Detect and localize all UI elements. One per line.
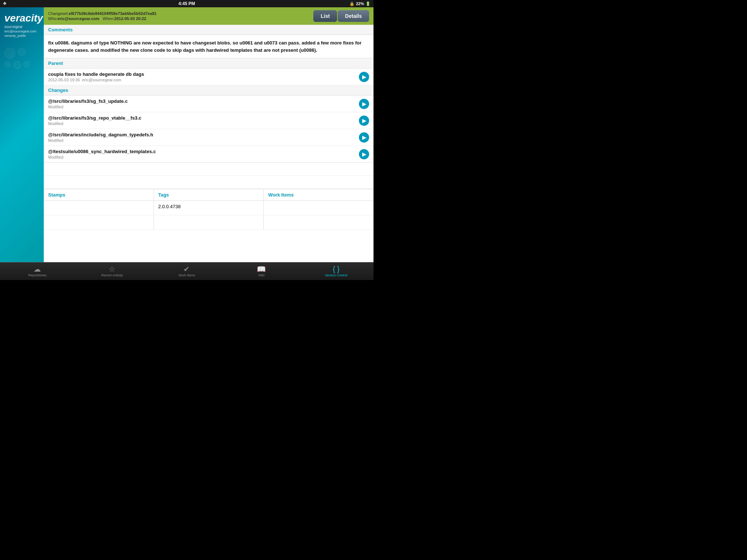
change-arrow[interactable]: ▶	[359, 149, 369, 159]
change-arrow[interactable]: ▶	[359, 116, 369, 126]
when-label: When:	[103, 16, 115, 21]
dot	[18, 48, 26, 56]
who-label: Who:	[48, 16, 58, 21]
change-type: Modified	[48, 155, 156, 159]
org-name: sourcegear	[4, 25, 23, 29]
status-time: 4:45 PM	[178, 1, 195, 6]
table-data-row-0: 2.0.0.4738	[44, 201, 374, 215]
change-item[interactable]: @/src/libraries/include/sg_dagnum_typede…	[44, 129, 374, 146]
details-button[interactable]: Details	[338, 10, 369, 22]
header-info: Changeset:ef677b36c6de844104ff59e73ab5be…	[48, 11, 313, 21]
comments-section-header: Comments	[44, 25, 374, 35]
file-path: @/src/libraries/fs3/sg_repo_vtable__fs3.…	[48, 115, 141, 121]
change-info: @/testsuite/u0086_sync_hardwired_templat…	[48, 149, 156, 159]
cell-workitems-1	[264, 215, 374, 230]
app-container: veracity sourcegear eric@sourcegear.com …	[0, 7, 374, 262]
repo-name: veracity_public	[4, 34, 26, 38]
cell-tags-0: 2.0.0.4738	[154, 201, 264, 215]
changeset-value: ef677b36c6de844104ff59e73ab5be5b52d7ea81	[69, 11, 156, 16]
change-type: Modified	[48, 121, 141, 126]
status-bar: ✈ 4:45 PM 🔒 22% 🔋	[0, 0, 374, 7]
tab-label: Repositories	[28, 273, 46, 277]
decorative-dots	[4, 45, 30, 69]
tab-label: Version Control	[325, 273, 348, 277]
changes-list: @/src/libraries/fs3/sg_fs3_update.c Modi…	[44, 96, 374, 163]
tab-repositories[interactable]: ☁ Repositories	[0, 262, 75, 280]
change-info: @/src/libraries/fs3/sg_fs3_update.c Modi…	[48, 98, 128, 109]
empty-row-2	[44, 176, 374, 189]
header-bar: Changeset:ef677b36c6de844104ff59e73ab5be…	[44, 7, 374, 25]
change-info: @/src/libraries/fs3/sg_repo_vtable__fs3.…	[48, 115, 141, 126]
table-header-row: Stamps Tags Work Items	[44, 189, 374, 201]
tab-icon: 📖	[257, 265, 266, 273]
meta-line: Who:eric@sourcegear.com When:2012-05-03 …	[48, 16, 313, 21]
user-email: eric@sourcegear.com	[4, 30, 36, 33]
tab-recent-activity[interactable]: ☆ Recent Activity	[75, 262, 150, 280]
content-area: Comments fix u0086. dagnums of type NOTH…	[44, 25, 374, 262]
file-path: @/src/libraries/include/sg_dagnum_typede…	[48, 132, 153, 137]
dot	[13, 61, 21, 69]
parent-info: coupla fixes to handle degenerate db dag…	[48, 71, 144, 82]
file-path: @/testsuite/u0086_sync_hardwired_templat…	[48, 149, 156, 154]
table-data-row-1	[44, 215, 374, 230]
when-value: 2012-05-03 20:22	[114, 16, 146, 21]
tab-icon: ✔	[183, 265, 190, 273]
battery-icon: 🔋	[365, 1, 371, 6]
status-right-icons: 🔒 22% 🔋	[349, 1, 371, 6]
tab-wiki[interactable]: 📖 Wiki	[224, 262, 299, 280]
dot	[4, 61, 11, 67]
parent-meta: 2012-05-03 19:36 eric@sourcegear.com	[48, 78, 144, 82]
list-button[interactable]: List	[313, 10, 337, 22]
tab-work-items[interactable]: ✔ Work Items	[150, 262, 224, 280]
parent-arrow[interactable]: ▶	[359, 72, 369, 82]
tab-icon: ☆	[109, 265, 115, 273]
battery-text: 22%	[356, 1, 364, 6]
parent-date: 2012-05-03 19:36	[48, 78, 80, 82]
tab-version-control[interactable]: { } Version Control	[299, 262, 374, 280]
tab-label: Work Items	[178, 273, 195, 277]
tab-icon: ☁	[34, 265, 41, 273]
sidebar: veracity sourcegear eric@sourcegear.com …	[0, 7, 44, 262]
status-left-icons: ✈	[3, 1, 7, 6]
tab-label: Wiki	[258, 273, 264, 277]
cell-tags-1	[154, 215, 264, 230]
lock-icon: 🔒	[349, 1, 355, 6]
changeset-line: Changeset:ef677b36c6de844104ff59e73ab5be…	[48, 11, 313, 16]
parent-title: coupla fixes to handle degenerate db dag…	[48, 71, 144, 77]
empty-row-1	[44, 163, 374, 176]
change-info: @/src/libraries/include/sg_dagnum_typede…	[48, 132, 153, 143]
main-content: Changeset:ef677b36c6de844104ff59e73ab5be…	[44, 7, 374, 262]
col-header-stamps: Stamps	[44, 189, 154, 201]
dot	[4, 48, 15, 59]
parent-item[interactable]: coupla fixes to handle degenerate db dag…	[44, 69, 374, 85]
parent-section-header: Parent	[44, 58, 374, 69]
app-title: veracity	[4, 13, 43, 23]
cell-stamps-1	[44, 215, 154, 230]
change-item[interactable]: @/src/libraries/fs3/sg_fs3_update.c Modi…	[44, 96, 374, 112]
tab-bar: ☁ Repositories ☆ Recent Activity ✔ Work …	[0, 262, 374, 280]
change-item[interactable]: @/testsuite/u0086_sync_hardwired_templat…	[44, 146, 374, 162]
change-item[interactable]: @/src/libraries/fs3/sg_repo_vtable__fs3.…	[44, 112, 374, 129]
change-arrow[interactable]: ▶	[359, 132, 369, 143]
bottom-table: Stamps Tags Work Items 2.0.0.4738	[44, 189, 374, 230]
who-value: eric@sourcegear.com	[58, 16, 100, 21]
parent-author: eric@sourcegear.com	[82, 78, 121, 82]
header-buttons: List Details	[313, 10, 369, 22]
tab-icon: { }	[333, 265, 340, 273]
tab-label: Recent Activity	[101, 273, 123, 277]
dot	[23, 61, 30, 67]
change-arrow[interactable]: ▶	[359, 99, 369, 109]
comment-text: fix u0086. dagnums of type NOTHING are n…	[44, 35, 374, 58]
col-header-workitems: Work Items	[264, 189, 374, 201]
cell-stamps-0	[44, 201, 154, 215]
changes-section-header: Changes	[44, 85, 374, 96]
col-header-tags: Tags	[154, 189, 264, 201]
file-path: @/src/libraries/fs3/sg_fs3_update.c	[48, 98, 128, 104]
changeset-label: Changeset:	[48, 11, 69, 16]
change-type: Modified	[48, 138, 153, 143]
cell-workitems-0	[264, 201, 374, 215]
change-type: Modified	[48, 105, 128, 109]
